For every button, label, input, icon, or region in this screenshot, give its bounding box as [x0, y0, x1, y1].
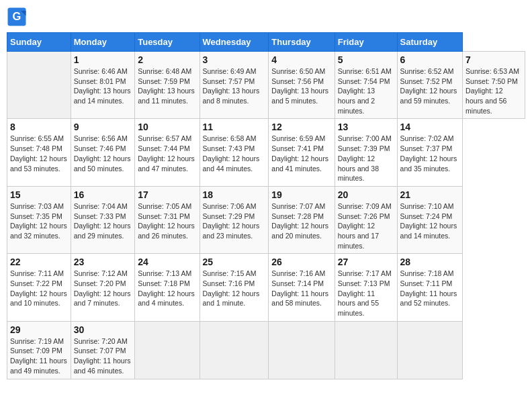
day-info: Sunrise: 7:10 AMSunset: 7:24 PMDaylight:…: [400, 201, 460, 241]
day-number: 26: [271, 257, 331, 267]
calendar-cell: 15Sunrise: 7:03 AMSunset: 7:35 PMDayligh…: [7, 186, 71, 253]
calendar-cell: 1Sunrise: 6:46 AMSunset: 8:01 PMDaylight…: [71, 52, 134, 119]
day-number: 25: [203, 257, 266, 267]
day-info: Sunrise: 7:20 AMSunset: 7:07 PMDaylight:…: [74, 336, 132, 376]
day-number: 23: [74, 257, 132, 267]
day-number: 10: [138, 122, 196, 132]
day-info: Sunrise: 7:16 AMSunset: 7:14 PMDaylight:…: [271, 269, 331, 308]
day-info: Sunrise: 7:04 AMSunset: 7:33 PMDaylight:…: [74, 201, 132, 241]
day-number: 2: [138, 54, 196, 65]
day-info: Sunrise: 7:11 AMSunset: 7:22 PMDaylight:…: [10, 269, 68, 308]
day-info: Sunrise: 7:00 AMSunset: 7:39 PMDaylight:…: [338, 134, 394, 183]
day-number: 15: [10, 189, 68, 200]
calendar-cell: 2Sunrise: 6:48 AMSunset: 7:59 PMDaylight…: [135, 52, 200, 119]
day-info: Sunrise: 7:19 AMSunset: 7:09 PMDaylight:…: [10, 336, 68, 376]
calendar-cell: 19Sunrise: 7:07 AMSunset: 7:28 PMDayligh…: [269, 186, 335, 253]
calendar-week-row: 29Sunrise: 7:19 AMSunset: 7:09 PMDayligh…: [7, 321, 525, 379]
day-number: 14: [400, 122, 460, 132]
calendar-cell: 22Sunrise: 7:11 AMSunset: 7:22 PMDayligh…: [7, 254, 71, 321]
day-info: Sunrise: 7:05 AMSunset: 7:31 PMDaylight:…: [138, 201, 196, 241]
day-info: Sunrise: 6:48 AMSunset: 7:59 PMDaylight:…: [138, 66, 196, 106]
day-info: Sunrise: 6:55 AMSunset: 7:48 PMDaylight:…: [10, 134, 68, 173]
calendar-cell: 11Sunrise: 6:58 AMSunset: 7:43 PMDayligh…: [200, 119, 269, 186]
day-number: 4: [271, 54, 331, 65]
calendar-cell: 4Sunrise: 6:50 AMSunset: 7:56 PMDaylight…: [269, 52, 335, 119]
calendar-cell: 20Sunrise: 7:09 AMSunset: 7:26 PMDayligh…: [335, 186, 397, 253]
page-header: G: [7, 7, 525, 27]
calendar-cell: 17Sunrise: 7:05 AMSunset: 7:31 PMDayligh…: [135, 186, 200, 253]
day-number: 27: [338, 257, 394, 267]
day-info: Sunrise: 7:15 AMSunset: 7:16 PMDaylight:…: [203, 269, 266, 308]
day-number: 3: [203, 54, 266, 65]
calendar-cell: 29Sunrise: 7:19 AMSunset: 7:09 PMDayligh…: [7, 321, 71, 379]
calendar-table: SundayMondayTuesdayWednesdayThursdayFrid…: [7, 32, 525, 379]
day-info: Sunrise: 7:13 AMSunset: 7:18 PMDaylight:…: [138, 269, 196, 308]
day-number: 8: [10, 122, 68, 132]
day-info: Sunrise: 7:09 AMSunset: 7:26 PMDaylight:…: [338, 201, 394, 250]
day-of-week-header: Wednesday: [200, 33, 269, 52]
calendar-cell: 21Sunrise: 7:10 AMSunset: 7:24 PMDayligh…: [397, 186, 463, 253]
calendar-week-row: 8Sunrise: 6:55 AMSunset: 7:48 PMDaylight…: [7, 119, 525, 186]
day-of-week-header: Sunday: [7, 33, 71, 52]
day-of-week-header: Thursday: [269, 33, 335, 52]
calendar-cell: [135, 321, 200, 379]
day-number: 18: [203, 189, 266, 200]
day-number: 13: [338, 122, 394, 132]
day-of-week-header: Friday: [335, 33, 397, 52]
day-number: 9: [74, 122, 132, 132]
calendar-cell: [7, 52, 71, 119]
svg-text:G: G: [13, 10, 21, 22]
calendar-cell: 28Sunrise: 7:18 AMSunset: 7:11 PMDayligh…: [397, 254, 463, 321]
day-number: 17: [138, 189, 196, 200]
day-number: 12: [271, 122, 331, 132]
logo: G: [7, 7, 30, 27]
calendar-header-row: SundayMondayTuesdayWednesdayThursdayFrid…: [7, 33, 525, 52]
day-info: Sunrise: 6:46 AMSunset: 8:01 PMDaylight:…: [74, 66, 132, 106]
day-number: 20: [338, 189, 394, 200]
calendar-cell: 24Sunrise: 7:13 AMSunset: 7:18 PMDayligh…: [135, 254, 200, 321]
day-info: Sunrise: 6:53 AMSunset: 7:50 PMDaylight:…: [466, 66, 522, 116]
calendar-cell: 13Sunrise: 7:00 AMSunset: 7:39 PMDayligh…: [335, 119, 397, 186]
day-number: 11: [203, 122, 266, 132]
day-number: 19: [271, 189, 331, 200]
calendar-cell: 3Sunrise: 6:49 AMSunset: 7:57 PMDaylight…: [200, 52, 269, 119]
calendar-cell: 25Sunrise: 7:15 AMSunset: 7:16 PMDayligh…: [200, 254, 269, 321]
day-info: Sunrise: 6:56 AMSunset: 7:46 PMDaylight:…: [74, 134, 132, 173]
calendar-cell: 6Sunrise: 6:52 AMSunset: 7:52 PMDaylight…: [397, 52, 463, 119]
day-info: Sunrise: 6:59 AMSunset: 7:41 PMDaylight:…: [271, 134, 331, 173]
day-info: Sunrise: 7:07 AMSunset: 7:28 PMDaylight:…: [271, 201, 331, 241]
logo-icon: G: [7, 7, 27, 27]
calendar-cell: [335, 321, 397, 379]
day-number: 21: [400, 189, 460, 200]
day-of-week-header: Tuesday: [135, 33, 200, 52]
day-number: 29: [10, 324, 68, 335]
calendar-cell: 10Sunrise: 6:57 AMSunset: 7:44 PMDayligh…: [135, 119, 200, 186]
calendar-cell: 7Sunrise: 6:53 AMSunset: 7:50 PMDaylight…: [463, 52, 525, 119]
day-of-week-header: Saturday: [397, 33, 463, 52]
calendar-cell: [200, 321, 269, 379]
day-number: 22: [10, 257, 68, 267]
calendar-week-row: 15Sunrise: 7:03 AMSunset: 7:35 PMDayligh…: [7, 186, 525, 253]
calendar-cell: 8Sunrise: 6:55 AMSunset: 7:48 PMDaylight…: [7, 119, 71, 186]
day-info: Sunrise: 6:58 AMSunset: 7:43 PMDaylight:…: [203, 134, 266, 173]
day-of-week-header: Monday: [71, 33, 134, 52]
calendar-cell: 9Sunrise: 6:56 AMSunset: 7:46 PMDaylight…: [71, 119, 134, 186]
day-number: 28: [400, 257, 460, 267]
day-number: 6: [400, 54, 460, 65]
day-number: 24: [138, 257, 196, 267]
calendar-cell: 14Sunrise: 7:02 AMSunset: 7:37 PMDayligh…: [397, 119, 463, 186]
day-info: Sunrise: 6:57 AMSunset: 7:44 PMDaylight:…: [138, 134, 196, 173]
calendar-cell: 26Sunrise: 7:16 AMSunset: 7:14 PMDayligh…: [269, 254, 335, 321]
calendar-cell: 12Sunrise: 6:59 AMSunset: 7:41 PMDayligh…: [269, 119, 335, 186]
day-number: 1: [74, 54, 132, 65]
day-info: Sunrise: 7:17 AMSunset: 7:13 PMDaylight:…: [338, 269, 394, 318]
day-info: Sunrise: 7:18 AMSunset: 7:11 PMDaylight:…: [400, 269, 460, 308]
day-info: Sunrise: 6:50 AMSunset: 7:56 PMDaylight:…: [271, 66, 331, 106]
calendar-cell: 16Sunrise: 7:04 AMSunset: 7:33 PMDayligh…: [71, 186, 134, 253]
day-info: Sunrise: 7:03 AMSunset: 7:35 PMDaylight:…: [10, 201, 68, 241]
day-info: Sunrise: 7:06 AMSunset: 7:29 PMDaylight:…: [203, 201, 266, 241]
day-number: 30: [74, 324, 132, 335]
calendar-cell: 23Sunrise: 7:12 AMSunset: 7:20 PMDayligh…: [71, 254, 134, 321]
day-info: Sunrise: 6:49 AMSunset: 7:57 PMDaylight:…: [203, 66, 266, 106]
calendar-cell: 30Sunrise: 7:20 AMSunset: 7:07 PMDayligh…: [71, 321, 134, 379]
